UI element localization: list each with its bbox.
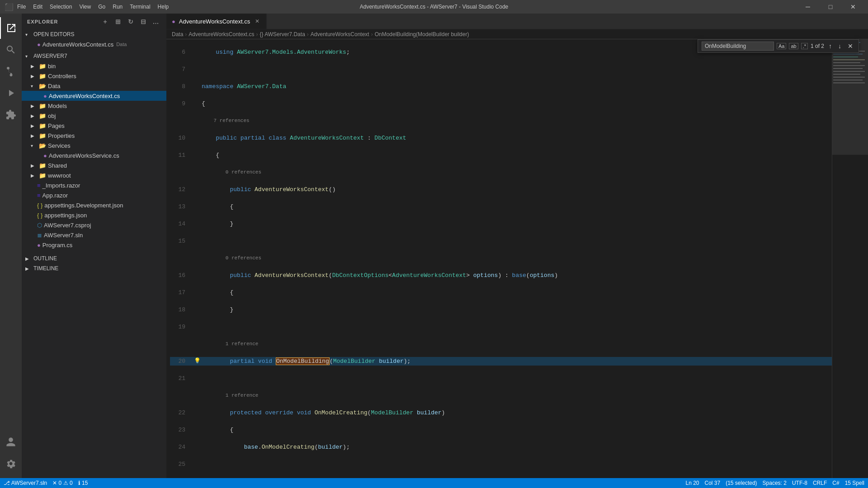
find-next-button[interactable]: ↓ [836, 42, 843, 51]
menu-edit[interactable]: Edit [33, 4, 42, 10]
breadcrumb-data[interactable]: Data [172, 31, 183, 38]
wwwroot-arrow: ▶ [31, 173, 37, 178]
folder-controllers-label: Controllers [48, 73, 76, 80]
tab-adventureworkscontext[interactable]: ● AdventureWorksContext.cs ✕ [166, 14, 267, 29]
menu-help[interactable]: Help [158, 4, 169, 10]
status-col[interactable]: Col 37 [705, 480, 721, 486]
file-adventureworkscontext[interactable]: ● AdventureWorksContext.cs [22, 91, 166, 101]
file-csproj[interactable]: ⬡ AWServer7.csproj [22, 220, 166, 230]
status-spaces[interactable]: Spaces: 2 [763, 480, 787, 486]
info-count: 15 [82, 480, 88, 486]
folder-icon-pages: 📁 [39, 122, 46, 129]
settings-activity-icon[interactable] [0, 453, 22, 474]
breadcrumb-method[interactable]: OnModelBuilding(ModelBuilder builder) [375, 31, 469, 38]
tab-close-button[interactable]: ✕ [254, 18, 261, 25]
open-editor-filename: AdventureWorksContext.cs [42, 41, 113, 48]
menu-file[interactable]: File [17, 4, 26, 10]
code-line-20: 18 } [170, 305, 832, 314]
folder-pages[interactable]: ▶ 📁 Pages [22, 121, 166, 131]
folder-services[interactable]: ▾ 📂 Services [22, 141, 166, 150]
find-prev-button[interactable]: ↑ [827, 42, 834, 51]
status-selected[interactable]: (15 selected) [726, 480, 757, 486]
open-editors-header[interactable]: ▾ OPEN EDITORS [22, 29, 166, 39]
outline-section-header[interactable]: ▶ OUTLINE [22, 253, 166, 263]
code-line-9: 9{ [170, 99, 832, 108]
find-regex[interactable]: .* [801, 43, 808, 49]
awserver7-header[interactable]: ▾ AWSERVER7 [22, 51, 166, 61]
file-appsettings-label: appsettings.json [44, 212, 87, 219]
file-program-cs[interactable]: ● Program.cs [22, 240, 166, 250]
folder-bin[interactable]: ▶ 📁 bin [22, 61, 166, 71]
folder-wwwroot-label: wwwroot [48, 172, 71, 179]
new-file-icon[interactable]: + [100, 17, 110, 27]
folder-wwwroot[interactable]: ▶ 📁 wwwroot [22, 170, 166, 180]
find-widget: Aa ab .* 1 of 2 ↑ ↓ ✕ [698, 39, 859, 53]
menu-selection[interactable]: Selection [50, 4, 72, 10]
refresh-icon[interactable]: ↻ [126, 17, 136, 27]
close-button[interactable]: ✕ [843, 0, 863, 14]
status-bar-left: ⎇ AWServer7.sln ✕ 0 ⚠ 0 ℹ 15 [4, 480, 88, 486]
extensions-activity-icon[interactable] [0, 104, 22, 126]
folder-models[interactable]: ▶ 📁 Models [22, 101, 166, 111]
folder-properties[interactable]: ▶ 📁 Properties [22, 131, 166, 141]
more-actions-icon[interactable]: … [151, 17, 161, 27]
minimap [832, 39, 868, 478]
breadcrumb-sep-2: › [256, 31, 258, 38]
new-folder-icon[interactable]: ⊞ [113, 17, 123, 27]
account-activity-icon[interactable] [0, 431, 22, 453]
file-imports-razor[interactable]: ≡ _Imports.razor [22, 180, 166, 190]
minimize-button[interactable]: ─ [797, 0, 818, 14]
file-sln[interactable]: ≣ AWServer7.sln [22, 230, 166, 240]
find-case-sensitive[interactable]: Aa [777, 43, 786, 49]
folder-controllers[interactable]: ▶ 📁 Controllers [22, 71, 166, 81]
file-appsettings[interactable]: { } appsettings.json [22, 210, 166, 220]
file-app-razor[interactable]: ≡ App.razor [22, 190, 166, 200]
find-whole-word[interactable]: ab [789, 43, 798, 49]
cs-icon-service: ● [43, 152, 47, 159]
file-adventureworksservice[interactable]: ● AdventureWorksService.cs [22, 150, 166, 160]
menu-view[interactable]: View [79, 4, 91, 10]
source-control-activity-icon[interactable] [0, 61, 22, 82]
status-line[interactable]: Ln 20 [685, 480, 699, 486]
find-input[interactable] [702, 42, 774, 51]
menu-terminal[interactable]: Terminal [130, 4, 150, 10]
folder-data[interactable]: ▾ 📂 Data [22, 81, 166, 91]
folder-obj[interactable]: ▶ 📁 obj [22, 111, 166, 121]
code-content[interactable]: 6 using AWServer7.Models.AdventureWorks;… [166, 39, 832, 478]
status-line-ending[interactable]: CRLF [813, 480, 827, 486]
file-program-label: Program.cs [42, 242, 72, 249]
file-appsettings-dev[interactable]: { } appsettings.Development.json [22, 200, 166, 210]
status-encoding[interactable]: UTF-8 [792, 480, 807, 486]
breadcrumb-class[interactable]: AdventureWorksContext [311, 31, 369, 38]
status-language[interactable]: C# [832, 480, 839, 486]
menu-run[interactable]: Run [113, 4, 123, 10]
status-info[interactable]: ℹ 15 [78, 480, 88, 486]
breadcrumb-namespace[interactable]: {} AWServer7.Data [260, 31, 305, 38]
json-icon: { } [37, 212, 42, 219]
status-errors[interactable]: ✕ 0 ⚠ 0 [52, 480, 72, 486]
code-line-10-ref: 7 references [170, 117, 832, 125]
code-line-22: 22 protected override void OnModelCreati… [170, 408, 832, 417]
title-bar: ⬛ File Edit Selection View Go Run Termin… [0, 0, 868, 14]
open-editor-item[interactable]: ● AdventureWorksContext.cs Data [22, 39, 166, 49]
breadcrumb-file[interactable]: AdventureWorksContext.cs [189, 31, 254, 38]
open-editors-arrow: ▾ [25, 32, 32, 37]
code-line-17-ref: 0 references [170, 254, 832, 263]
explorer-activity-icon[interactable] [0, 17, 22, 39]
search-activity-icon[interactable] [0, 39, 22, 61]
timeline-section-header[interactable]: ▶ TIMELINE [22, 263, 166, 273]
file-imports-label: _Imports.razor [42, 182, 80, 189]
git-branch-name: AWServer7.sln [11, 480, 47, 486]
open-editors-label: OPEN EDITORS [33, 31, 74, 38]
activity-bar-bottom [0, 431, 22, 478]
status-git-branch[interactable]: ⎇ AWServer7.sln [4, 480, 47, 486]
file-app-razor-label: App.razor [42, 192, 68, 199]
maximize-button[interactable]: □ [820, 0, 841, 14]
menu-go[interactable]: Go [98, 4, 105, 10]
run-debug-activity-icon[interactable] [0, 82, 22, 104]
title-bar-menu: File Edit Selection View Go Run Terminal… [17, 4, 169, 10]
collapse-all-icon[interactable]: ⊟ [138, 17, 148, 27]
find-close-button[interactable]: ✕ [846, 42, 855, 51]
status-spell[interactable]: 15 Spell [845, 480, 864, 486]
folder-shared[interactable]: ▶ 📁 Shared [22, 160, 166, 170]
